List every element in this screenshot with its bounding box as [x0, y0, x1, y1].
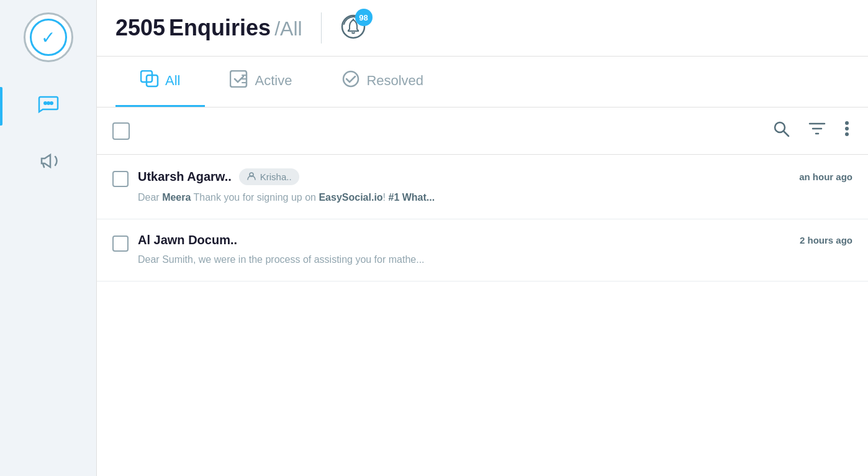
- conversation-checkbox[interactable]: [112, 236, 129, 252]
- conversation-preview: Dear Sumith, we were in the process of a…: [138, 252, 852, 267]
- conversation-content: Utkarsh Agarw.. Krisha.. an hour ago: [138, 168, 852, 205]
- logo-inner: ✓: [30, 19, 67, 56]
- svg-point-13: [845, 132, 849, 136]
- agent-icon: [246, 171, 256, 183]
- bell-icon: [340, 31, 366, 42]
- conversation-time: 2 hours ago: [800, 235, 852, 245]
- chat-icon: [38, 93, 59, 119]
- tab-resolved-label: Resolved: [366, 73, 423, 89]
- conversation-item[interactable]: Utkarsh Agarw.. Krisha.. an hour ago: [97, 155, 868, 219]
- conversation-item[interactable]: Al Jawn Docum.. 2 hours ago Dear Sumith,…: [97, 219, 868, 281]
- logo[interactable]: ✓: [24, 12, 73, 62]
- tab-active[interactable]: Active: [205, 57, 317, 107]
- conversation-name: Utkarsh Agarw..: [138, 170, 232, 184]
- svg-point-8: [343, 71, 358, 86]
- conversation-list: Utkarsh Agarw.. Krisha.. an hour ago: [97, 155, 868, 476]
- tab-all[interactable]: All: [115, 57, 205, 107]
- tab-resolved-icon: [341, 70, 360, 91]
- tab-active-icon: [230, 70, 248, 91]
- select-all-checkbox[interactable]: [112, 122, 130, 140]
- enquiry-filter: /All: [274, 17, 302, 40]
- agent-name: Krisha..: [260, 172, 292, 182]
- conversation-content: Al Jawn Docum.. 2 hours ago Dear Sumith,…: [138, 233, 852, 267]
- tab-resolved[interactable]: Resolved: [317, 57, 448, 107]
- sidebar-item-conversations[interactable]: [0, 87, 96, 126]
- notification-bell[interactable]: 98: [340, 14, 366, 42]
- toolbar: [97, 108, 868, 155]
- sidebar-item-campaigns[interactable]: [0, 144, 96, 183]
- tab-all-icon: [140, 70, 159, 91]
- enquiry-count: 2505: [115, 15, 165, 41]
- conversation-time: an hour ago: [799, 172, 852, 182]
- search-button[interactable]: [769, 117, 793, 145]
- sidebar-nav: [0, 81, 96, 189]
- svg-point-2: [50, 101, 53, 105]
- svg-line-10: [784, 131, 789, 136]
- tab-all-label: All: [165, 73, 180, 89]
- main-content: 2505 Enquiries /All 98: [96, 0, 868, 476]
- megaphone-icon: [38, 150, 59, 176]
- toolbar-actions: [769, 117, 852, 145]
- conversation-checkbox[interactable]: [112, 171, 129, 187]
- conversation-preview: Dear Meera Thank you for signing up on E…: [138, 190, 852, 205]
- conversation-header: Al Jawn Docum.. 2 hours ago: [138, 233, 852, 247]
- conversation-name: Al Jawn Docum..: [138, 233, 237, 247]
- check-icon: ✓: [41, 27, 55, 48]
- sidebar: ✓: [0, 0, 96, 476]
- conversation-left: Al Jawn Docum..: [138, 233, 237, 247]
- header: 2505 Enquiries /All 98: [97, 0, 868, 57]
- header-divider: [321, 12, 322, 43]
- svg-point-11: [845, 121, 849, 125]
- page-title: 2505 Enquiries /All: [115, 15, 302, 41]
- filter-button[interactable]: [805, 117, 829, 145]
- agent-badge: Krisha..: [239, 168, 299, 185]
- enquiry-label: Enquiries: [169, 15, 271, 41]
- tab-active-label: Active: [255, 73, 292, 89]
- more-options-button[interactable]: [841, 117, 852, 145]
- conversation-header: Utkarsh Agarw.. Krisha.. an hour ago: [138, 168, 852, 185]
- notification-count: 98: [355, 9, 373, 26]
- conversation-left: Utkarsh Agarw.. Krisha..: [138, 168, 299, 185]
- svg-point-12: [845, 127, 849, 130]
- tabs-bar: All Active Resolved: [97, 57, 868, 108]
